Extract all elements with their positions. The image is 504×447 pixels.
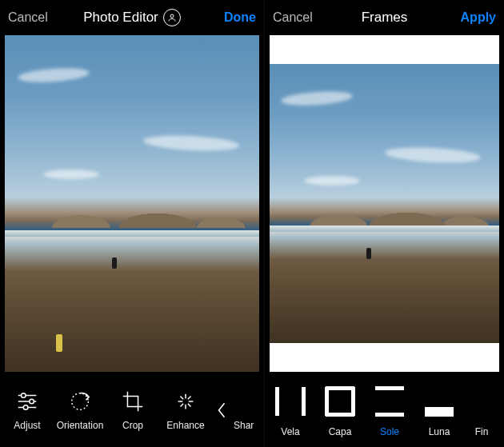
- tool-label: Adjust: [14, 420, 40, 431]
- frame-option-vela[interactable]: Vela: [271, 383, 310, 437]
- tool-label: Crop: [122, 420, 143, 431]
- frame-label: Vela: [281, 426, 299, 437]
- svg-line-15: [180, 404, 183, 407]
- app-root: Cancel Photo Editor Done: [0, 0, 504, 447]
- cancel-button[interactable]: Cancel: [273, 10, 313, 25]
- apply-button[interactable]: Apply: [461, 10, 496, 25]
- frame-option-fine[interactable]: Fin: [470, 383, 494, 437]
- tool-crop[interactable]: Crop: [109, 389, 157, 431]
- frame-option-luna[interactable]: Luna: [420, 383, 458, 437]
- tool-orientation[interactable]: Orientation: [56, 389, 104, 431]
- svg-point-0: [170, 14, 174, 18]
- toolbar-scroll-left-icon[interactable]: [214, 398, 229, 422]
- frame-preview-sole: [270, 35, 499, 372]
- frames-title: Frames: [329, 10, 440, 26]
- frame-option-sole[interactable]: Sole: [370, 383, 409, 437]
- svg-point-6: [23, 405, 28, 410]
- enhance-icon: [174, 389, 198, 413]
- tool-label: Orientation: [57, 420, 104, 431]
- editor-title-text: Photo Editor: [83, 10, 158, 26]
- orientation-icon: [68, 389, 92, 413]
- editor-toolbar: Adjust Orientation Crop: [0, 375, 264, 447]
- frames-topbar: Cancel Frames Apply: [265, 0, 504, 35]
- tool-label: Enhance: [166, 420, 204, 431]
- frames-canvas[interactable]: [265, 35, 504, 375]
- tool-enhance[interactable]: Enhance: [162, 389, 210, 431]
- frame-label: Fin: [475, 426, 489, 437]
- profile-icon[interactable]: [163, 9, 181, 26]
- image-preview: [270, 64, 499, 343]
- adjust-icon: [15, 389, 39, 413]
- cancel-button[interactable]: Cancel: [8, 10, 48, 25]
- svg-point-2: [22, 393, 26, 398]
- frame-thumb-icon: [322, 383, 358, 420]
- frames-pane: Cancel Frames Apply: [265, 0, 504, 447]
- editor-title: Photo Editor: [64, 9, 200, 26]
- frame-thumb-icon: [470, 383, 493, 420]
- svg-point-4: [30, 399, 34, 404]
- svg-line-14: [188, 396, 191, 399]
- svg-line-13: [188, 404, 191, 407]
- tool-label: Shar: [234, 420, 254, 431]
- svg-line-12: [180, 396, 183, 399]
- frame-thumb-icon: [371, 383, 408, 420]
- frames-strip: Vela Capa Sole Luna: [265, 375, 504, 447]
- crop-icon: [121, 389, 145, 413]
- editor-pane: Cancel Photo Editor Done: [0, 0, 265, 447]
- frame-option-capa[interactable]: Capa: [321, 383, 359, 437]
- frame-label: Sole: [380, 426, 399, 437]
- frame-label: Luna: [429, 426, 450, 437]
- done-button[interactable]: Done: [224, 10, 256, 25]
- editor-topbar: Cancel Photo Editor Done: [0, 0, 264, 35]
- tool-sharpen[interactable]: Shar: [234, 389, 261, 431]
- tool-adjust[interactable]: Adjust: [3, 389, 51, 431]
- frame-thumb-icon: [421, 383, 458, 420]
- frame-label: Capa: [329, 426, 352, 437]
- frames-title-text: Frames: [362, 10, 408, 26]
- editor-canvas[interactable]: [0, 35, 264, 375]
- frame-thumb-icon: [272, 383, 309, 420]
- svg-point-7: [72, 393, 89, 410]
- image-preview: [5, 35, 259, 372]
